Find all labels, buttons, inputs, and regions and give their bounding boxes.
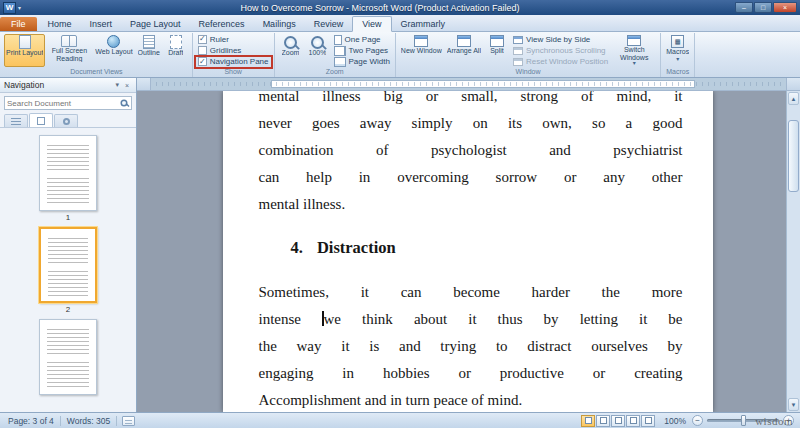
paragraph-line: combination of psychologist and psychiat… (259, 137, 683, 164)
page-indicator[interactable]: Page: 3 of 4 (2, 416, 61, 426)
minimize-button[interactable]: – (735, 2, 753, 13)
full-screen-reading-button[interactable]: Full Screen Reading (46, 34, 92, 67)
view-side-by-side-button[interactable]: View Side by Side (511, 34, 610, 45)
full-screen-reading-icon (61, 35, 77, 47)
document-text[interactable]: mental illness big or small, strong of m… (259, 91, 683, 412)
paragraph-line: Sometimes, it can become harder the more (259, 279, 683, 306)
view-side-by-side-label: View Side by Side (526, 35, 590, 44)
word-count[interactable]: Words: 305 (61, 416, 117, 426)
ribbon-group-document-views: Print Layout Full Screen Reading Web Lay… (1, 33, 193, 77)
page-thumbnail-2[interactable] (39, 227, 97, 303)
ribbon-group-show: ✓ Ruler Gridlines ✓ Navigation Pane Show (193, 33, 275, 77)
arrange-all-button[interactable]: Arrange All (445, 34, 483, 67)
word-app-icon[interactable]: W (3, 2, 16, 14)
zoom-slider-thumb[interactable] (741, 415, 746, 426)
navigation-options-caret-icon[interactable]: ▾ (112, 81, 122, 89)
group-label-document-views: Document Views (4, 67, 189, 75)
quick-access-caret-icon[interactable]: ▾ (18, 4, 21, 11)
navigation-pane: Navigation ▾ × 1 (0, 78, 137, 412)
ruler-checkbox-box[interactable]: ✓ (198, 35, 207, 44)
document-page[interactable]: mental illness big or small, strong of m… (223, 91, 713, 412)
navigation-pane-checkbox-box[interactable]: ✓ (198, 57, 207, 66)
document-canvas[interactable]: mental illness big or small, strong of m… (137, 91, 786, 412)
navigation-pane-close-icon[interactable]: × (122, 82, 132, 89)
maximize-button[interactable]: □ (754, 2, 772, 13)
tab-references[interactable]: References (190, 17, 254, 31)
outline-button[interactable]: Outline (136, 34, 162, 67)
page-thumbnails-list: 1 2 (0, 128, 136, 412)
scroll-down-button[interactable]: ▼ (788, 398, 799, 411)
tab-grammarly[interactable]: Grammarly (392, 17, 455, 31)
vertical-scrollbar[interactable]: ▲ ▼ (786, 91, 800, 412)
paragraph-line: mental illness. (259, 191, 683, 218)
search-icon[interactable] (121, 100, 128, 107)
nav-tab-pages[interactable] (29, 113, 53, 127)
zoom-out-button[interactable]: − (692, 415, 703, 426)
ruler-checkbox[interactable]: ✓ Ruler (196, 34, 231, 44)
reset-window-position-button[interactable]: Reset Window Position (511, 56, 610, 67)
gridlines-checkbox[interactable]: Gridlines (196, 45, 244, 55)
search-results-icon (63, 118, 70, 125)
thumbnail-preview-lines (47, 362, 89, 387)
web-layout-button[interactable]: Web Layout (93, 34, 134, 67)
page-width-button[interactable]: Page Width (332, 56, 392, 67)
zoom-level[interactable]: 100% (664, 416, 686, 426)
status-draft-button[interactable] (641, 415, 655, 427)
gridlines-checkbox-box[interactable] (198, 46, 207, 55)
synchronous-scrolling-icon (513, 47, 523, 55)
close-button[interactable]: × (773, 2, 797, 13)
thumbnail-page-number: 2 (66, 305, 70, 314)
tab-view[interactable]: View (352, 16, 391, 32)
macros-button[interactable]: ▦ Macros ▾ (664, 34, 691, 67)
zoom-button[interactable]: Zoom (278, 34, 304, 67)
one-page-button[interactable]: One Page (332, 34, 392, 45)
proofing-status-icon[interactable] (122, 416, 135, 426)
view-shortcut-buttons (581, 415, 655, 427)
paragraph-line: engaging in hobbies or productive or cre… (259, 360, 683, 387)
zoom-100-button[interactable]: 100% (305, 34, 331, 67)
page-thumbnail-3[interactable] (39, 319, 97, 395)
navigation-pane-checkbox-label: Navigation Pane (210, 57, 269, 66)
tab-selector-box[interactable] (137, 78, 151, 90)
reset-window-position-icon (513, 58, 523, 66)
window-controls: – □ × (735, 2, 797, 13)
tab-home[interactable]: Home (39, 17, 81, 31)
title-bar: W ▾ How to Overcome Sorrow - Microsoft W… (0, 0, 800, 15)
web-layout-label: Web Layout (95, 48, 132, 56)
tab-file[interactable]: File (0, 17, 37, 31)
thumbnail-preview-lines (47, 145, 89, 170)
draft-button[interactable]: Draft (163, 34, 189, 67)
horizontal-ruler[interactable] (151, 78, 786, 90)
ruler-toggle-button[interactable] (786, 78, 800, 90)
tab-review[interactable]: Review (305, 17, 353, 31)
tab-insert[interactable]: Insert (81, 17, 122, 31)
switch-windows-button[interactable]: Switch Windows ▾ (611, 34, 657, 67)
headings-list-icon (11, 118, 21, 125)
status-outline-button[interactable] (626, 415, 640, 427)
status-print-layout-button[interactable] (581, 415, 595, 427)
nav-tab-headings[interactable] (4, 114, 28, 127)
two-pages-icon (334, 46, 346, 56)
page-thumbnail-1[interactable] (39, 135, 97, 211)
new-window-button[interactable]: New Window (399, 34, 444, 67)
print-layout-button[interactable]: Print Layout (4, 34, 45, 67)
print-layout-label: Print Layout (6, 49, 43, 57)
split-button[interactable]: Split (484, 34, 510, 67)
scrollbar-track[interactable] (787, 106, 800, 397)
scroll-up-button[interactable]: ▲ (788, 92, 799, 105)
arrange-all-icon (457, 35, 471, 47)
page-width-icon (334, 57, 346, 67)
navigation-pane-checkbox[interactable]: ✓ Navigation Pane (196, 57, 271, 67)
search-input[interactable] (7, 99, 117, 108)
scrollbar-thumb[interactable] (788, 120, 799, 192)
nav-tab-results[interactable] (54, 114, 78, 127)
tab-mailings[interactable]: Mailings (254, 17, 305, 31)
tab-page-layout[interactable]: Page Layout (121, 17, 190, 31)
full-screen-mini-icon (600, 417, 607, 424)
status-web-layout-button[interactable] (611, 415, 625, 427)
ribbon-group-zoom: Zoom 100% One Page Two Pages (275, 33, 396, 77)
two-pages-button[interactable]: Two Pages (332, 45, 392, 56)
synchronous-scrolling-button[interactable]: Synchronous Scrolling (511, 45, 610, 56)
search-box[interactable] (4, 96, 132, 110)
status-full-screen-button[interactable] (596, 415, 610, 427)
